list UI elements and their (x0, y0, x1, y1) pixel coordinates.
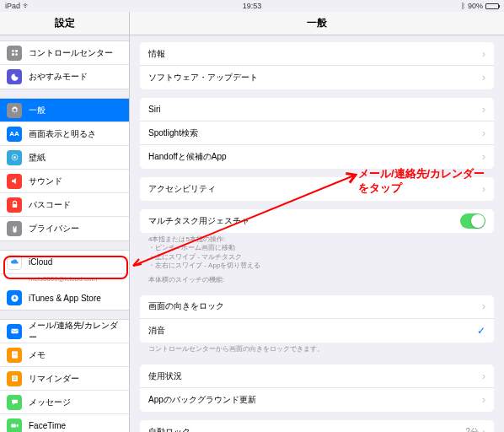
chevron-icon: › (482, 394, 485, 406)
control-icon (7, 46, 22, 61)
store-icon (7, 290, 22, 305)
settings-sidebar: 設定 コントロールセンターおやすみモード一般AA画面表示と明るさ壁紙サウンドパス… (0, 12, 130, 432)
sidebar-label: 画面表示と明るさ (29, 128, 96, 140)
rem-icon (7, 371, 22, 386)
hand-icon (7, 221, 22, 236)
ft-icon (7, 418, 22, 433)
sidebar-item-mail[interactable]: メール/連絡先/カレンダー (0, 320, 129, 343)
sidebar-label: プライバシー (29, 223, 79, 235)
sidebar-item-hand[interactable]: プライバシー (0, 217, 129, 240)
svg-rect-12 (12, 375, 18, 381)
sidebar-item-wall[interactable]: 壁紙 (0, 146, 129, 170)
sidebar-label: メッセージ (29, 397, 71, 408)
general-pane: 一般 情報›ソフトウェア・アップデート›Siri›Spotlight検索›Han… (130, 12, 504, 432)
sidebar-label: メール/連絡先/カレンダー (29, 320, 122, 343)
sidebar-label: 一般 (29, 105, 46, 116)
chevron-icon: › (482, 72, 485, 84)
svg-rect-8 (11, 329, 18, 334)
setting-row[interactable]: Handoffと候補のApp› (140, 145, 494, 169)
sidebar-label: リマインダー (29, 373, 79, 385)
AA-icon: AA (7, 127, 22, 142)
setting-row[interactable]: Siri› (140, 98, 494, 122)
sidebar-label: コントロールセンター (29, 47, 113, 59)
sidebar-label: iTunes & App Store (29, 294, 101, 303)
sidebar-item-cloud[interactable]: iCloud (0, 251, 129, 274)
chevron-icon: › (482, 104, 485, 116)
sidebar-item-control[interactable]: コントロールセンター (0, 41, 129, 65)
sidebar-label: FaceTime (29, 421, 66, 430)
check-icon: ✓ (477, 325, 485, 337)
chevron-icon: › (482, 127, 485, 139)
sidebar-label: iCloud (29, 257, 52, 267)
sidebar-item-lock[interactable]: パスコード (0, 193, 129, 217)
sidebar-item-store[interactable]: iTunes & App Store (0, 286, 129, 310)
sidebar-label: パスコード (29, 199, 71, 211)
svg-rect-6 (12, 204, 17, 208)
cloud-icon (7, 255, 22, 270)
sidebar-item-sound[interactable]: サウンド (0, 170, 129, 193)
setting-row[interactable]: 使用状況› (140, 364, 494, 388)
setting-row[interactable]: Appのバックグラウンド更新› (140, 388, 494, 412)
sidebar-item-rem[interactable]: リマインダー (0, 367, 129, 391)
svg-point-3 (15, 53, 18, 56)
setting-row[interactable]: Spotlight検索› (140, 122, 494, 145)
detail-title: 一般 (130, 12, 504, 35)
svg-rect-2 (12, 53, 14, 56)
sidebar-item-AA[interactable]: AA画面表示と明るさ (0, 122, 129, 146)
sidebar-title: 設定 (0, 12, 129, 35)
moon-icon (7, 69, 22, 84)
sidebar-item-memo[interactable]: メモ (0, 343, 129, 367)
svg-point-5 (13, 156, 16, 159)
setting-row[interactable]: 消音✓ (140, 319, 494, 343)
mail-icon (7, 324, 22, 339)
chevron-icon: › (482, 426, 485, 432)
sound-icon (7, 174, 22, 189)
chevron-icon: › (482, 370, 485, 382)
sidebar-item-ft[interactable]: FaceTime (0, 414, 129, 432)
sidebar-item-moon[interactable]: おやすみモード (0, 65, 129, 89)
setting-row[interactable]: 自動ロック2分› (140, 420, 494, 432)
svg-rect-15 (11, 424, 16, 427)
lock-icon (7, 197, 22, 213)
chevron-icon: › (482, 151, 485, 163)
sidebar-item-msg[interactable]: メッセージ (0, 391, 129, 414)
chevron-icon: › (482, 48, 485, 60)
svg-rect-1 (15, 50, 18, 52)
setting-row[interactable]: 情報› (140, 42, 494, 66)
toggle[interactable] (460, 213, 485, 229)
status-bar: iPad ᯤ 19:53 ᛒ90% (0, 0, 504, 12)
setting-row[interactable]: マルチタスク用ジェスチャ (140, 209, 494, 233)
svg-point-0 (12, 50, 14, 52)
sidebar-label: サウンド (29, 176, 62, 187)
sidebar-label: メモ (29, 349, 46, 361)
annotation-text: メール/連絡先/カレンダー をタップ (358, 167, 485, 196)
sidebar-label: 壁紙 (29, 152, 46, 164)
setting-row[interactable]: ソフトウェア・アップデート› (140, 66, 494, 89)
msg-icon (7, 395, 22, 410)
gear-icon (7, 103, 22, 118)
wall-icon (7, 150, 22, 165)
memo-icon (7, 348, 22, 363)
sidebar-item-gear[interactable]: 一般 (0, 99, 129, 122)
sidebar-label: おやすみモード (29, 71, 88, 83)
setting-row[interactable]: 画面の向きをロック› (140, 295, 494, 319)
chevron-icon: › (482, 300, 485, 312)
